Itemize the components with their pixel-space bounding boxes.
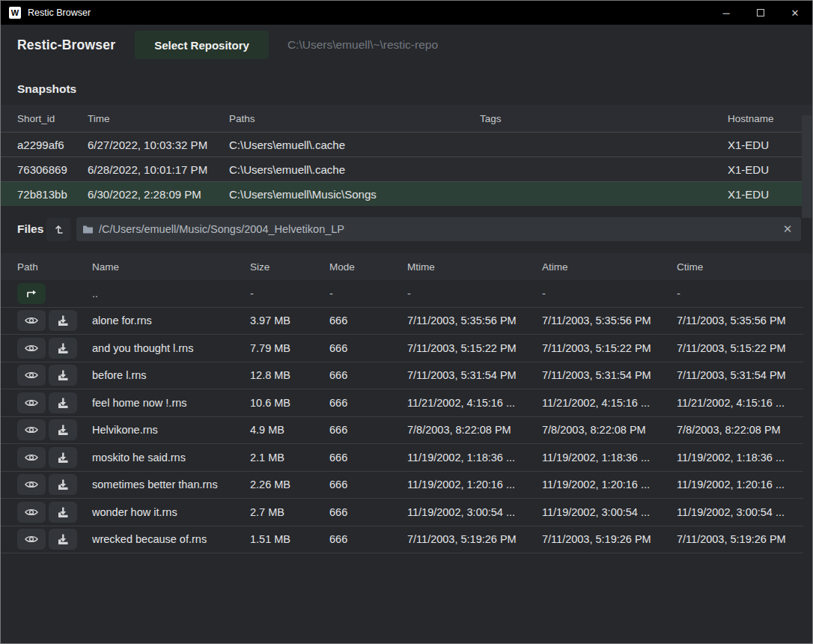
download-icon [56,341,70,355]
file-size: 2.7 MB [250,506,329,518]
snapshots-table-header: Short_id Time Paths Tags Hostname [1,105,812,132]
download-file-button[interactable] [49,365,77,386]
file-name: sometimes better than.rns [92,479,250,490]
snapshot-short-id: a2299af6 [17,139,88,151]
file-row[interactable]: moskito he said.rns 2.1 MB 666 11/19/200… [1,444,803,472]
maximize-button[interactable] [743,1,778,25]
file-name: Helvikone.rns [92,424,250,436]
preview-file-button[interactable] [17,447,46,468]
window-title: Restic Browser [28,7,709,18]
files-table-body: alone for.rns 3.97 MB 666 7/11/2003, 5:3… [1,308,812,554]
snapshots-table-body: a2299af6 6/27/2022, 10:03:32 PM C:\Users… [1,132,812,206]
preview-file-button[interactable] [17,392,46,413]
snapshot-row[interactable]: a2299af6 6/27/2022, 10:03:32 PM C:\Users… [1,132,803,157]
file-row[interactable]: alone for.rns 3.97 MB 666 7/11/2003, 5:3… [1,308,803,335]
file-name: alone for.rns [92,315,250,326]
eye-icon [24,398,39,408]
folder-icon [82,225,94,234]
preview-file-button[interactable] [17,474,46,495]
snapshot-time: 6/28/2022, 10:01:17 PM [88,163,229,176]
file-size: 10.6 MB [250,397,329,409]
close-icon: ✕ [791,7,800,19]
eye-icon [24,479,39,490]
snapshot-hostname: X1-EDU [728,139,803,151]
download-file-button[interactable] [49,474,77,495]
download-file-button[interactable] [49,392,77,413]
download-icon [56,368,70,382]
preview-file-button[interactable] [17,419,46,440]
snapshot-row[interactable]: 72b813bb 6/30/2022, 2:28:09 PM C:\Users\… [1,181,803,206]
eye-icon [24,507,39,517]
snapshot-time: 6/27/2022, 10:03:32 PM [88,139,229,151]
download-file-button[interactable] [49,447,77,468]
file-size: 2.1 MB [250,452,329,464]
up-level-icon [52,223,64,235]
file-name: before l.rns [92,369,250,381]
eye-icon [24,343,39,353]
file-mtime: 7/11/2003, 5:31:54 PM [407,369,542,381]
file-mtime: 11/19/2002, 1:20:16 ... [407,479,542,490]
preview-file-button[interactable] [17,502,46,523]
file-row[interactable]: Helvikone.rns 4.9 MB 666 7/8/2003, 8:22:… [1,417,803,445]
close-button[interactable]: ✕ [778,1,812,25]
snapshot-row[interactable]: 76306869 6/28/2022, 10:01:17 PM C:\Users… [1,157,803,181]
file-mode: 666 [329,369,407,381]
clear-path-icon: ✕ [783,222,793,235]
column-time: Time [88,113,229,124]
download-file-button[interactable] [49,502,77,523]
preview-file-button[interactable] [17,338,46,359]
file-ctime: 7/11/2003, 5:35:56 PM [677,315,803,326]
file-row[interactable]: feel home now !.rns 10.6 MB 666 11/21/20… [1,389,803,417]
parent-directory-button[interactable] [46,218,70,241]
column-atime: Atime [542,261,677,273]
file-ctime: 7/11/2003, 5:15:22 PM [677,342,803,354]
file-row[interactable]: wonder how it.rns 2.7 MB 666 11/19/2002,… [1,499,803,526]
current-path-bar[interactable]: /C/Users/emuell/Music/Songs/2004_Helveti… [76,217,801,241]
select-repository-button[interactable]: Select Repository [135,31,269,59]
eye-icon [24,452,39,463]
column-mode: Mode [329,261,407,273]
file-row[interactable]: wrecked because of.rns 1.51 MB 666 7/11/… [1,526,803,554]
snapshots-scrollbar[interactable] [802,115,812,218]
app-window: W Restic Browser ─ ✕ Restic-Browser Sele… [0,0,813,644]
clear-path-button[interactable]: ✕ [774,217,801,241]
file-ctime: 11/19/2002, 1:20:16 ... [677,479,803,490]
file-size: 7.79 MB [250,342,329,354]
current-path-text: /C/Users/emuell/Music/Songs/2004_Helveti… [99,223,344,235]
column-name: Name [92,261,250,273]
preview-file-button[interactable] [17,365,46,386]
snapshot-time: 6/30/2022, 2:28:09 PM [88,188,229,201]
column-mtime: Mtime [407,261,542,273]
file-row[interactable]: and you thought l.rns 7.79 MB 666 7/11/2… [1,335,803,362]
file-row[interactable]: sometimes better than.rns 2.26 MB 666 11… [1,472,803,499]
eye-icon [24,534,39,544]
file-atime: 11/21/2002, 4:15:16 ... [542,397,677,409]
download-file-button[interactable] [49,310,77,331]
eye-icon [24,315,39,326]
minimize-button[interactable]: ─ [709,1,743,25]
file-mode: - [329,288,407,300]
files-title: Files [17,222,46,236]
file-atime: 7/8/2003, 8:22:08 PM [542,424,677,436]
preview-file-button[interactable] [17,529,46,550]
file-ctime: 7/11/2003, 5:19:26 PM [677,533,803,545]
column-size: Size [250,261,329,273]
file-size: 1.51 MB [250,533,329,545]
download-icon [56,451,70,464]
file-row[interactable]: before l.rns 12.8 MB 666 7/11/2003, 5:31… [1,362,803,390]
download-file-button[interactable] [49,529,77,550]
column-tags: Tags [480,113,728,124]
file-mtime: 7/11/2003, 5:19:26 PM [407,533,542,545]
download-icon [56,532,70,546]
preview-file-button[interactable] [17,310,46,331]
snapshot-paths: C:\Users\emuell\Music\Songs [229,188,480,201]
file-atime: 7/11/2003, 5:31:54 PM [542,369,677,381]
file-name: .. [92,288,250,300]
file-name: wonder how it.rns [92,506,250,518]
parent-dir-row[interactable]: .. - - - - - [1,280,803,308]
snapshot-short-id: 76306869 [17,163,88,176]
go-up-button[interactable] [17,283,46,304]
download-file-button[interactable] [49,419,77,440]
download-file-button[interactable] [49,338,77,359]
snapshot-paths: C:\Users\emuell\.cache [229,139,480,151]
